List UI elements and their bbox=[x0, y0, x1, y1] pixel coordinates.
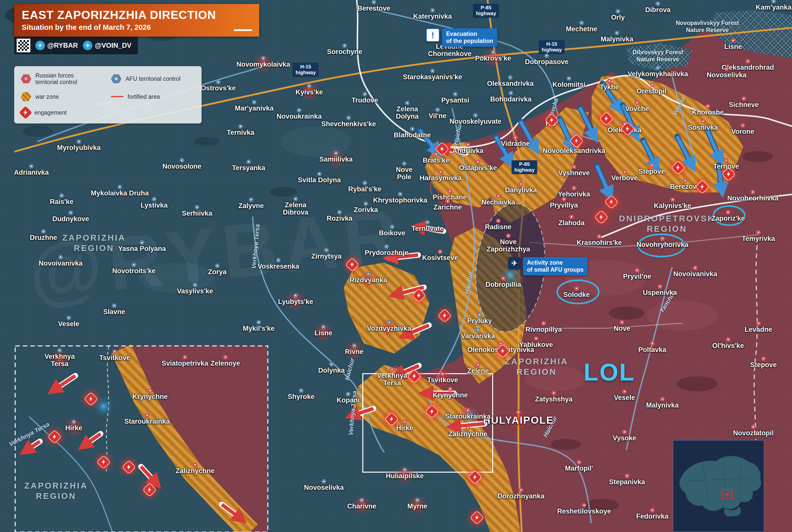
warzone-icon bbox=[21, 92, 31, 101]
strike-glow bbox=[117, 456, 141, 479]
telegram-handle-voin-dv: ✈ @VOIN_DV bbox=[83, 41, 131, 50]
legend-item-afu-control: AFU territorial control bbox=[111, 72, 195, 86]
russian-hex-icon bbox=[21, 74, 31, 83]
strike-glow bbox=[691, 175, 714, 198]
legend-item-fortified-area: fortified area bbox=[111, 92, 195, 101]
page-title: EAST ZAPORIZHZHIA DIRECTION bbox=[22, 8, 252, 22]
strike-glow bbox=[394, 464, 415, 485]
strike-glow bbox=[463, 466, 486, 489]
strike-glow bbox=[64, 417, 84, 437]
strike-glow bbox=[433, 304, 456, 327]
strike-glow bbox=[432, 369, 453, 389]
strike-glow bbox=[50, 349, 70, 369]
strike-glow bbox=[508, 409, 529, 429]
strike-glow bbox=[380, 407, 403, 431]
evacuation-callout-text: Evacuation of the population bbox=[442, 28, 497, 47]
strike-glow bbox=[595, 107, 618, 130]
strike-glow bbox=[92, 451, 115, 474]
telegram-icon: ✈ bbox=[35, 41, 45, 50]
telegram-handle-rybar: ✈ @RYBAR bbox=[35, 41, 78, 50]
jet-icon: ✈ bbox=[508, 257, 520, 269]
strike-glow bbox=[491, 339, 514, 363]
strike-glow bbox=[352, 495, 372, 515]
strike-glow bbox=[43, 425, 66, 449]
fortified-line-icon bbox=[111, 96, 124, 97]
strike-glow bbox=[326, 148, 346, 168]
legend-item-engagement: engagement bbox=[21, 108, 105, 117]
evacuation-callout: ! Evacuation of the population bbox=[426, 28, 497, 47]
telegram-icon: ✈ bbox=[83, 41, 92, 50]
qr-pattern bbox=[18, 40, 29, 51]
afu-activity-callout: ✈ Activity zone of small AFU groups bbox=[508, 257, 588, 276]
credits-strip: ✈ @RYBAR ✈ @VOIN_DV bbox=[14, 37, 138, 54]
situation-map: @RYBAR BerestoveSorochyneNovomykolaivkaO… bbox=[0, 0, 792, 532]
strike-glow bbox=[590, 206, 613, 229]
legend-item-russian-control: Russian forces territorial control bbox=[21, 72, 105, 86]
strike-glow bbox=[253, 53, 273, 73]
strike-glow bbox=[483, 47, 503, 67]
engagement-icon bbox=[19, 106, 32, 119]
afu-activity-callout-text: Activity zone of small AFU groups bbox=[523, 257, 588, 276]
strike-glow bbox=[79, 387, 103, 411]
header: EAST ZAPORIZHZHIA DIRECTION Situation by… bbox=[14, 4, 259, 54]
strike-glow bbox=[407, 495, 427, 515]
strike-glow bbox=[344, 340, 364, 361]
title-dash-decoration bbox=[234, 29, 252, 31]
lol-annotation: LOL bbox=[584, 358, 635, 386]
ukraine-locator-inset bbox=[673, 440, 764, 532]
afu-hex-icon bbox=[111, 74, 122, 83]
strike-glow bbox=[286, 290, 306, 310]
strike-glow bbox=[299, 81, 319, 101]
title-banner: EAST ZAPORIZHZHIA DIRECTION Situation by… bbox=[14, 4, 259, 37]
page-subtitle: Situation by the end of March 7, 2026 bbox=[22, 23, 252, 32]
strike-glow bbox=[340, 253, 364, 276]
qr-code bbox=[17, 39, 30, 52]
legend-item-war-zone: war zone bbox=[21, 92, 105, 101]
strike-glow bbox=[420, 400, 444, 423]
warning-icon: ! bbox=[426, 28, 440, 42]
strike-glow bbox=[379, 317, 399, 337]
strike-glow bbox=[465, 506, 489, 529]
strike-glow bbox=[313, 322, 333, 342]
legend: Russian forces territorial control AFU t… bbox=[14, 66, 202, 124]
